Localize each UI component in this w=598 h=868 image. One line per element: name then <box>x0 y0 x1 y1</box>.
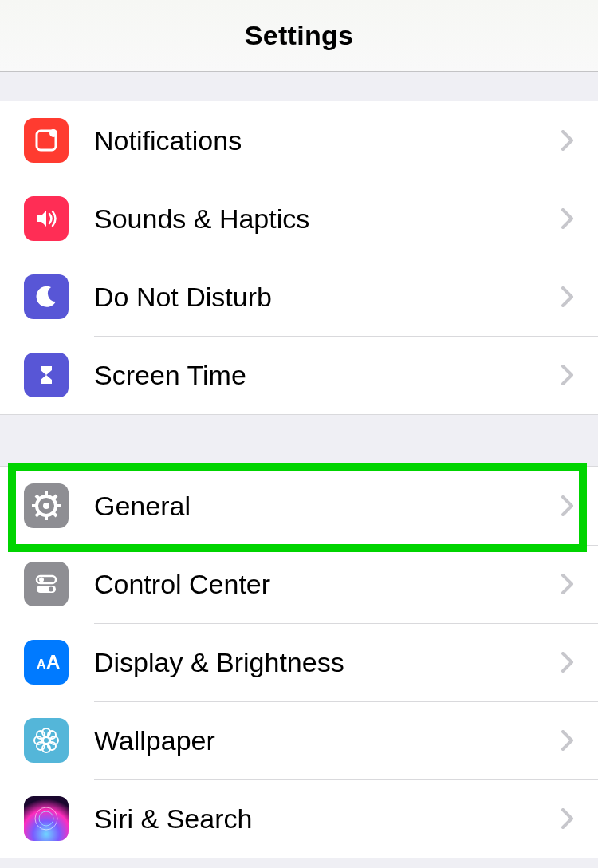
settings-group-2: General Control Center A A Display & Bri… <box>0 466 598 858</box>
chevron-right-icon <box>561 574 582 594</box>
row-do-not-disturb[interactable]: Do Not Disturb <box>0 258 598 336</box>
row-label: Screen Time <box>94 360 561 391</box>
chevron-right-icon <box>561 495 582 516</box>
row-notifications[interactable]: Notifications <box>0 101 598 180</box>
svg-point-1 <box>49 129 57 137</box>
hourglass-icon <box>24 353 69 397</box>
svg-line-8 <box>36 495 39 499</box>
siri-icon <box>24 796 69 841</box>
row-control-center[interactable]: Control Center <box>0 545 598 623</box>
flower-icon <box>24 718 69 763</box>
svg-line-9 <box>53 513 57 516</box>
chevron-right-icon <box>561 365 582 385</box>
row-screen-time[interactable]: Screen Time <box>0 336 598 414</box>
page-title: Settings <box>245 20 354 51</box>
row-label: Sounds & Haptics <box>94 203 561 235</box>
row-label: Display & Brightness <box>94 647 561 678</box>
row-label: Notifications <box>94 125 561 156</box>
notifications-icon <box>24 118 69 163</box>
row-label: Wallpaper <box>94 725 561 756</box>
header: Settings <box>0 0 598 72</box>
chevron-right-icon <box>561 808 582 829</box>
row-label: General <box>94 491 561 522</box>
chevron-right-icon <box>561 286 582 307</box>
svg-point-28 <box>39 811 53 826</box>
svg-point-15 <box>49 587 53 592</box>
row-label: Do Not Disturb <box>94 282 561 313</box>
svg-point-27 <box>35 807 57 830</box>
svg-text:A: A <box>37 657 46 671</box>
svg-point-13 <box>39 578 44 582</box>
row-wallpaper[interactable]: Wallpaper <box>0 701 598 779</box>
sounds-icon <box>24 196 69 241</box>
chevron-right-icon <box>561 130 582 151</box>
row-siri-search[interactable]: Siri & Search <box>0 779 598 858</box>
toggles-icon <box>24 562 69 606</box>
gear-icon <box>24 483 69 528</box>
group-spacer <box>0 415 598 466</box>
row-label: Siri & Search <box>94 803 561 834</box>
row-general[interactable]: General <box>0 467 598 545</box>
row-display-brightness[interactable]: A A Display & Brightness <box>0 623 598 701</box>
svg-point-3 <box>43 503 49 509</box>
chevron-right-icon <box>561 652 582 673</box>
row-label: Control Center <box>94 569 561 600</box>
group-spacer <box>0 72 598 101</box>
moon-icon <box>24 274 69 319</box>
chevron-right-icon <box>561 730 582 751</box>
svg-line-11 <box>36 513 39 516</box>
svg-text:A: A <box>46 651 60 673</box>
row-sounds[interactable]: Sounds & Haptics <box>0 180 598 258</box>
text-size-icon: A A <box>24 640 69 685</box>
svg-line-10 <box>53 495 57 499</box>
chevron-right-icon <box>561 208 582 229</box>
settings-group-1: Notifications Sounds & Haptics Do Not Di… <box>0 101 598 415</box>
